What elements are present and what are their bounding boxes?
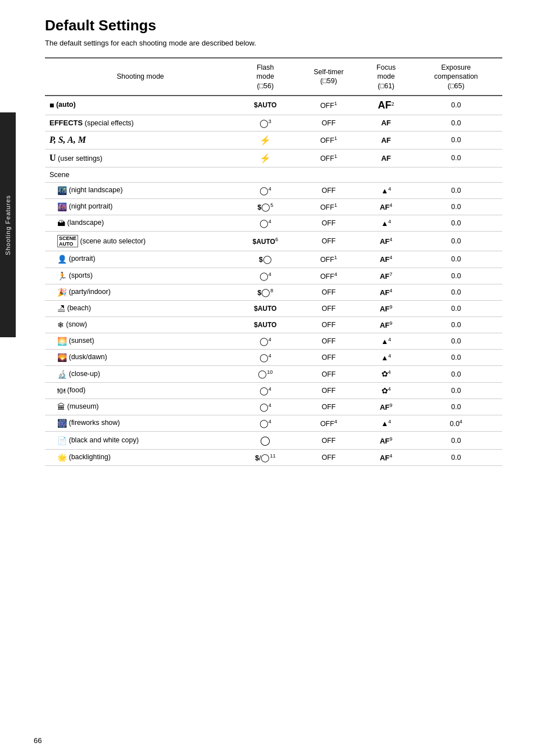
col-header-focus: Focusmode(□61) (362, 58, 410, 96)
col-header-shooting-mode: Shooting mode (45, 58, 236, 96)
flash-cell: ◯4 (236, 382, 295, 399)
mode-cell: 🌆 (night portrait) (45, 199, 236, 215)
focus-cell: ✿4 (362, 382, 410, 399)
flash-cell: ⚡ (236, 131, 295, 149)
focus-cell: AF7 (362, 268, 410, 284)
exposure-cell: 0.0 (410, 149, 502, 167)
focus-cell: AF9 (362, 399, 410, 415)
exposure-cell: 0.0 (410, 115, 502, 131)
table-row: 👤 (portrait)$◯OFF1AF40.0 (45, 251, 502, 268)
mode-cell: 🔬 (close-up) (45, 366, 236, 382)
focus-cell: AF9 (362, 300, 410, 316)
table-row: 🌆 (night portrait)$◯5OFF1AF40.0 (45, 199, 502, 215)
flash-cell: $AUTO (236, 96, 295, 115)
table-row: SCENEAUTO (scene auto selector)$AUTO6OFF… (45, 232, 502, 251)
self-timer-cell: OFF (295, 350, 362, 366)
table-row: 🌄 (dusk/dawn)◯4OFF▲40.0 (45, 350, 502, 366)
mode-cell: 🎉 (party/indoor) (45, 284, 236, 300)
flash-cell: ◯4 (236, 182, 295, 198)
mode-icon: 📄 (57, 436, 67, 445)
mode-icon: ■ (49, 101, 54, 110)
table-row: 🏔 (landscape)◯4OFF▲40.0 (45, 215, 502, 232)
flash-cell: $◯5 (236, 199, 295, 215)
mode-icon: ❄ (57, 320, 64, 329)
self-timer-cell: OFF (295, 232, 362, 251)
mode-cell: 🏔 (landscape) (45, 215, 236, 232)
table-row: P, S, A, M⚡OFF1AF0.0 (45, 131, 502, 149)
mode-icon: 🔬 (57, 370, 67, 379)
self-timer-cell: OFF (295, 366, 362, 382)
flash-cell: ◯4 (236, 268, 295, 284)
exposure-cell: 0.0 (410, 382, 502, 399)
page-subtitle: The default settings for each shooting m… (45, 39, 502, 47)
mode-cell: 🌃 (night landscape) (45, 182, 236, 198)
focus-cell: AF4 (362, 450, 410, 466)
focus-cell: AF9 (362, 317, 410, 333)
self-timer-cell: OFF (295, 215, 362, 232)
table-row: 🏃 (sports)◯4OFF4AF70.0 (45, 268, 502, 284)
focus-cell: AF4 (362, 232, 410, 251)
table-header-row: Shooting mode Flashmode(□56) Self-timer(… (45, 58, 502, 96)
flash-cell: $◯8 (236, 284, 295, 300)
self-timer-cell: OFF (295, 399, 362, 415)
table-row: EFFECTS (special effects)◯3OFFAF0.0 (45, 115, 502, 131)
page-title: Default Settings (45, 17, 502, 34)
exposure-cell: 0.0 (410, 300, 502, 316)
mode-icon: 🌄 (57, 353, 67, 362)
focus-cell: ✿4 (362, 366, 410, 382)
self-timer-cell: OFF (295, 333, 362, 350)
self-timer-cell: OFF1 (295, 131, 362, 149)
focus-cell: AF4 (362, 199, 410, 215)
col-header-self-timer: Self-timer(□59) (295, 58, 362, 96)
exposure-cell: 0.0 (410, 232, 502, 251)
table-row: 🎉 (party/indoor)$◯8OFFAF40.0 (45, 284, 502, 300)
table-row: 🏖 (beach)$AUTOOFFAF90.0 (45, 300, 502, 316)
exposure-cell: 0.0 (410, 366, 502, 382)
self-timer-cell: OFF (295, 317, 362, 333)
mode-icon: 🍽 (57, 386, 65, 395)
flash-cell: $/◯11 (236, 450, 295, 466)
mode-cell: 🎆 (fireworks show) (45, 415, 236, 431)
focus-cell: AF4 (362, 251, 410, 268)
mode-icon: 🏔 (57, 219, 65, 228)
focus-cell: ▲4 (362, 182, 410, 198)
self-timer-cell: OFF (295, 382, 362, 399)
mode-icon: 🎆 (57, 419, 67, 428)
flash-cell: ◯4 (236, 333, 295, 350)
exposure-cell: 0.0 (410, 215, 502, 232)
table-section-header: Scene (45, 167, 502, 182)
sidebar-label: Shooting Features (4, 195, 11, 255)
self-timer-cell: OFF4 (295, 268, 362, 284)
exposure-cell: 0.0 (410, 199, 502, 215)
mode-cell: 🏛 (museum) (45, 399, 236, 415)
flash-cell: ◯3 (236, 115, 295, 131)
col-header-flash: Flashmode(□56) (236, 58, 295, 96)
focus-cell: AF2 (362, 96, 410, 115)
self-timer-cell: OFF (295, 115, 362, 131)
flash-cell: $AUTO6 (236, 232, 295, 251)
exposure-cell: 0.0 (410, 251, 502, 268)
settings-table: Shooting mode Flashmode(□56) Self-timer(… (45, 57, 502, 466)
mode-cell: 🌄 (dusk/dawn) (45, 350, 236, 366)
table-row: 🔬 (close-up)◯10OFF✿40.0 (45, 366, 502, 382)
mode-cell: 🌟 (backlighting) (45, 450, 236, 466)
mode-cell: EFFECTS (special effects) (45, 115, 236, 131)
mode-icon: 🏃 (57, 271, 67, 280)
mode-icon: 🌃 (57, 186, 67, 195)
mode-cell: 🌅 (sunset) (45, 333, 236, 350)
table-row: 🌟 (backlighting)$/◯11OFFAF40.0 (45, 450, 502, 466)
exposure-cell: 0.0 (410, 450, 502, 466)
table-row: 🎆 (fireworks show)◯4OFF4▲40.04 (45, 415, 502, 431)
page-content: Shooting Features Default Settings The d… (0, 0, 536, 500)
mode-icon: 🌟 (57, 453, 67, 462)
sidebar: Shooting Features (0, 112, 16, 337)
exposure-cell: 0.0 (410, 432, 502, 450)
mode-cell: U (user settings) (45, 149, 236, 167)
mode-icon: 🌅 (57, 337, 67, 346)
exposure-cell: 0.0 (410, 284, 502, 300)
flash-cell: ◯4 (236, 215, 295, 232)
self-timer-cell: OFF (295, 284, 362, 300)
exposure-cell: 0.0 (410, 182, 502, 198)
focus-cell: AF (362, 149, 410, 167)
flash-cell: $AUTO (236, 300, 295, 316)
